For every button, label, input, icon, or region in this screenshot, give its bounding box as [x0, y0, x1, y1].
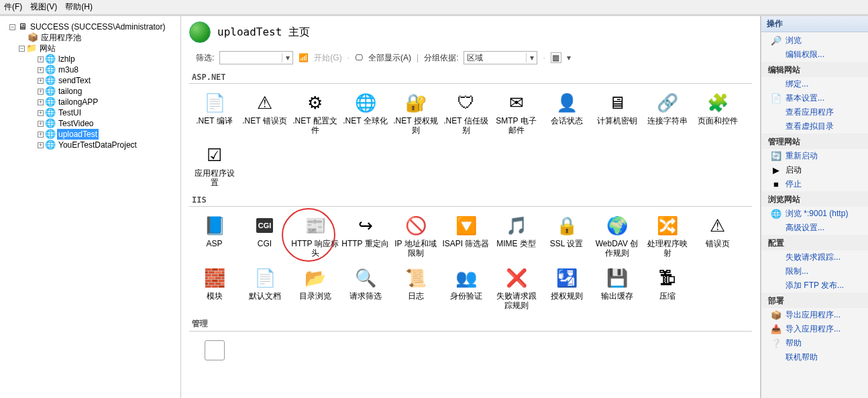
feature-item[interactable]: 💾输出缓存 — [592, 263, 642, 313]
feature-item[interactable]: ⚠.NET 错误页 — [239, 88, 290, 138]
action-icon: 📦 — [771, 310, 781, 321]
expand-toggle[interactable]: + — [38, 99, 44, 105]
expand-toggle[interactable]: + — [38, 110, 44, 116]
feature-item[interactable]: 🔒SSL 设置 — [541, 211, 592, 260]
site-node[interactable]: tailongAPP — [57, 97, 99, 107]
expand-toggle[interactable]: − — [19, 46, 25, 52]
feature-item[interactable] — [189, 336, 239, 365]
feature-item[interactable]: 👥身份验证 — [441, 263, 491, 313]
expand-toggle[interactable]: + — [38, 132, 44, 138]
action-icon: ▶ — [771, 165, 781, 176]
site-node[interactable]: YouErTestDataProject — [57, 140, 138, 150]
feature-item[interactable]: 🌍WebDAV 创作规则 — [592, 211, 642, 260]
sites-node[interactable]: 网站 — [38, 43, 57, 54]
action-item[interactable]: 📄基本设置... — [761, 91, 868, 105]
expand-toggle[interactable]: + — [38, 89, 44, 95]
feature-label: 处理程序映射 — [643, 239, 691, 258]
feature-item[interactable]: ❌失败请求跟踪规则 — [491, 263, 541, 313]
show-all-icon[interactable]: 🖵 — [355, 53, 363, 62]
feature-item[interactable]: ☑应用程序设置 — [189, 140, 239, 190]
groupby-select[interactable]: 区域 ▾ — [464, 51, 537, 64]
feature-label: SMTP 电子邮件 — [492, 116, 540, 135]
action-item[interactable]: ❔帮助 — [761, 336, 868, 350]
chevron-down-icon[interactable]: ▾ — [567, 53, 571, 62]
feature-view[interactable]: ASP.NET 📄.NET 编译⚠.NET 错误页⚙.NET 配置文件🌐.NET… — [181, 67, 760, 398]
feature-item[interactable]: ⚠错误页 — [692, 211, 743, 260]
feature-item[interactable]: 🛡.NET 信任级别 — [441, 88, 491, 138]
action-item[interactable]: 📦导出应用程序... — [761, 308, 868, 322]
action-item[interactable]: 绑定... — [761, 77, 868, 91]
action-item[interactable]: 查看虚拟目录 — [761, 119, 868, 134]
action-item[interactable]: 添加 FTP 发布... — [761, 279, 868, 293]
action-item[interactable]: 限制... — [761, 264, 868, 279]
feature-icon: 🛡 — [454, 91, 478, 115]
action-item[interactable]: 📥导入应用程序... — [761, 322, 868, 336]
filter-input[interactable]: ▾ — [219, 51, 293, 64]
expand-toggle[interactable]: + — [38, 78, 44, 84]
feature-item[interactable]: ↪HTTP 重定向 — [340, 211, 390, 260]
feature-item[interactable]: 🚫IP 地址和域限制 — [390, 211, 441, 260]
feature-item[interactable]: 🌐.NET 全球化 — [340, 88, 390, 138]
feature-item[interactable]: 📄.NET 编译 — [189, 88, 239, 138]
page-header: uploadTest 主页 — [181, 16, 760, 50]
feature-item[interactable]: 📰HTTP 响应标头 — [290, 211, 340, 260]
app-pools-node[interactable]: 应用程序池 — [40, 32, 83, 43]
action-label: 查看应用程序 — [785, 107, 834, 118]
feature-item[interactable]: 📜日志 — [390, 263, 441, 313]
expand-toggle[interactable]: + — [38, 67, 44, 73]
site-node[interactable]: TestUI — [57, 107, 83, 118]
action-item[interactable]: 编辑权限... — [761, 48, 868, 62]
feature-item[interactable]: 🔗连接字符串 — [642, 88, 692, 138]
menubar: 件(F) 视图(V) 帮助(H) — [0, 0, 868, 15]
feature-item[interactable]: 🗜压缩 — [642, 263, 692, 313]
expand-toggle[interactable]: + — [38, 121, 44, 127]
feature-item[interactable]: 🎵MIME 类型 — [491, 211, 541, 260]
expand-toggle[interactable]: + — [38, 56, 44, 62]
feature-label: HTTP 响应标头 — [291, 239, 339, 258]
action-item[interactable]: 高级设置... — [761, 221, 868, 235]
feature-item[interactable]: 📘ASP — [189, 211, 239, 260]
feature-item[interactable]: 🔐.NET 授权规则 — [390, 88, 441, 138]
view-mode-button[interactable]: ▦ — [551, 52, 561, 63]
action-label: 高级设置... — [785, 222, 824, 234]
action-item[interactable]: ■停止 — [761, 177, 868, 191]
feature-item[interactable]: 🔀处理程序映射 — [642, 211, 692, 260]
feature-item[interactable]: 🧱模块 — [189, 263, 239, 313]
feature-label: 日志 — [408, 291, 424, 301]
feature-item[interactable]: 📄默认文档 — [239, 263, 290, 313]
feature-item[interactable]: 🛂授权规则 — [541, 263, 592, 313]
site-node[interactable]: lzhlp — [57, 54, 76, 64]
expand-toggle[interactable]: + — [38, 142, 44, 148]
action-item[interactable]: 查看应用程序 — [761, 105, 868, 119]
feature-item[interactable]: 👤会话状态 — [541, 88, 592, 138]
go-icon[interactable]: 📶 — [299, 53, 309, 62]
feature-label: 页面和控件 — [698, 116, 738, 126]
server-node[interactable]: SUCCESS (SUCCESS\Administrator) — [29, 21, 166, 32]
feature-item[interactable]: ✉SMTP 电子邮件 — [491, 88, 541, 138]
feature-item[interactable]: 🖥计算机密钥 — [592, 88, 642, 138]
action-icon: 📄 — [771, 93, 781, 104]
menu-file[interactable]: 件(F) — [4, 1, 22, 13]
action-item[interactable]: 🔎浏览 — [761, 34, 868, 48]
feature-item[interactable]: 📂目录浏览 — [290, 263, 340, 313]
feature-item[interactable]: 🔍请求筛选 — [340, 263, 390, 313]
action-item[interactable]: 🌐浏览 *:9001 (http) — [761, 207, 868, 221]
show-all-label[interactable]: 全部显示(A) — [368, 52, 411, 64]
action-item[interactable]: ▶启动 — [761, 163, 868, 177]
site-node[interactable]: uploadTest — [57, 129, 99, 140]
action-item[interactable]: 失败请求跟踪... — [761, 250, 868, 264]
feature-item[interactable]: CGICGI — [239, 211, 290, 260]
expand-toggle[interactable]: − — [9, 24, 15, 30]
site-node[interactable]: tailong — [57, 86, 83, 97]
site-node[interactable]: m3u8 — [57, 64, 80, 75]
site-node[interactable]: TestVideo — [57, 118, 95, 129]
action-item[interactable]: 🔄重新启动 — [761, 149, 868, 163]
action-group-title: 配置 — [761, 235, 868, 250]
feature-item[interactable]: ⚙.NET 配置文件 — [290, 88, 340, 138]
feature-item[interactable]: 🧩页面和控件 — [692, 88, 743, 138]
menu-help[interactable]: 帮助(H) — [65, 1, 93, 13]
feature-item[interactable]: 🔽ISAPI 筛选器 — [441, 211, 491, 260]
site-node[interactable]: sendText — [57, 75, 92, 86]
action-item[interactable]: 联机帮助 — [761, 350, 868, 364]
menu-view[interactable]: 视图(V) — [30, 1, 57, 13]
